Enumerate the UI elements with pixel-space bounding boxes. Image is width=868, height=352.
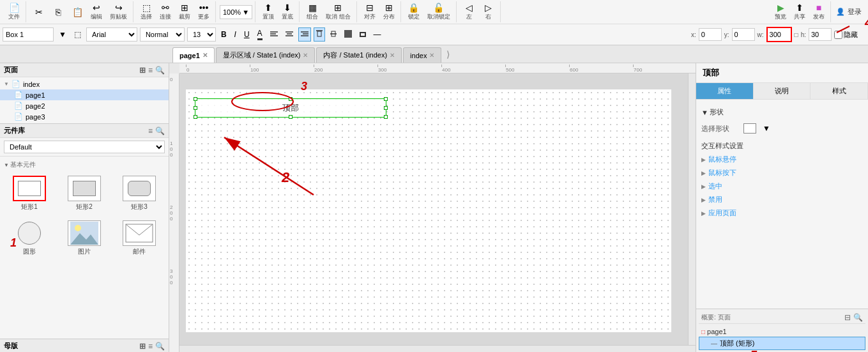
component-image[interactable]: 图片 (59, 218, 110, 259)
tab-display-state1[interactable]: 显示区域 / State1 (index) ✕ (216, 47, 316, 63)
tab-content-close[interactable]: ✕ (390, 52, 395, 59)
paste-btn[interactable]: 📋 (68, 6, 86, 19)
resize-handle-bm[interactable] (289, 115, 293, 119)
align-left-btn[interactable] (268, 27, 280, 42)
overview-search-icon[interactable]: 🔍 (853, 313, 863, 322)
tree-item-page2[interactable]: 📄 page2 (0, 100, 169, 111)
tree-item-page3[interactable]: 📄 page3 (0, 111, 169, 122)
shape-select-arrow[interactable]: ▼ (760, 121, 773, 135)
line-style-btn[interactable]: — (371, 27, 384, 42)
new-btn[interactable]: 📄 文件 (5, 1, 23, 23)
font-color-btn[interactable]: A (255, 27, 265, 42)
border-btn[interactable] (357, 27, 369, 42)
tabs-more-btn[interactable]: ⟩ (443, 49, 453, 59)
right-tab-description[interactable]: 说明 (754, 83, 811, 99)
align-center-btn[interactable] (283, 27, 296, 42)
comp-menu-icon[interactable]: ≡ (148, 126, 153, 135)
resize-handle-tr[interactable] (384, 97, 388, 101)
tree-item-index[interactable]: ▼ 📄 index (0, 79, 169, 89)
resize-handle-bl[interactable] (194, 115, 197, 119)
right-btn[interactable]: ▷ 右 (480, 1, 498, 23)
y-input[interactable] (732, 28, 755, 41)
resize-handle-ml[interactable] (194, 106, 197, 110)
redo-btn[interactable]: ↪ 剪贴板 (107, 1, 130, 23)
underline-btn[interactable]: U (241, 27, 252, 42)
bold-btn[interactable]: B (218, 27, 229, 42)
tab-page1[interactable]: page1 ✕ (172, 47, 215, 63)
w-input[interactable] (768, 28, 791, 41)
tree-item-page1[interactable]: 📄 page1 (0, 89, 169, 100)
italic-btn[interactable]: I (232, 27, 239, 42)
interaction-disabled[interactable]: ▶ 禁用 (701, 193, 863, 206)
tab-page1-close[interactable]: ✕ (202, 52, 208, 59)
font-style-select[interactable]: Normal (140, 27, 185, 42)
x-input[interactable] (699, 28, 722, 41)
valign-top-btn[interactable] (314, 27, 325, 42)
left-btn[interactable]: ◁ 左 (461, 1, 478, 23)
right-tab-style[interactable]: 样式 (811, 83, 868, 99)
tab-content-state1[interactable]: 内容 / State1 (index) ✕ (316, 47, 402, 63)
preview-btn[interactable]: ▶ 预览 (772, 1, 789, 23)
overview-filter-icon[interactable]: ⊟ (844, 313, 851, 322)
align-right-btn[interactable] (298, 27, 311, 42)
pages-add-icon[interactable]: ⊞ (139, 66, 146, 75)
tab-index-close[interactable]: ✕ (429, 52, 434, 59)
bring-to-front-btn[interactable]: ⬆ 置顶 (259, 1, 277, 23)
resize-handle-tm[interactable] (289, 97, 293, 101)
cut-btn[interactable]: ✂ (30, 6, 48, 19)
interaction-hover[interactable]: ▶ 鼠标悬停 (701, 153, 863, 166)
element-name-input[interactable] (3, 27, 54, 42)
comp-search-icon[interactable]: 🔍 (155, 126, 165, 135)
canvas-content[interactable]: 顶部 3 (179, 73, 696, 352)
align-btn[interactable]: ⊟ 对齐 (361, 1, 379, 23)
ungroup-btn[interactable]: ⊞ 取消 组合 (323, 1, 354, 23)
interaction-selected[interactable]: ▶ 选中 (701, 180, 863, 193)
more-btn[interactable]: ••• 更多 (195, 1, 213, 23)
pages-menu-icon[interactable]: ≡ (148, 66, 153, 75)
element-copy-btn[interactable]: ⬚ (72, 27, 84, 42)
copy-btn[interactable]: ⎘ (49, 6, 67, 19)
more-effects-item[interactable]: ▶ 应用页面 (701, 206, 863, 220)
canvas-header-element[interactable]: 顶部 (195, 98, 386, 118)
login-button[interactable]: 👤 登录 (832, 7, 865, 17)
font-size-select[interactable]: 13 (187, 27, 216, 42)
resize-handle-mr[interactable] (384, 106, 388, 110)
canvas-scrollbar-h[interactable] (179, 345, 696, 352)
component-rect1[interactable]: 矩形1 (4, 173, 55, 214)
component-circle[interactable]: 圆形 (4, 218, 55, 259)
resize-handle-br[interactable] (384, 115, 388, 119)
component-rect2[interactable]: 矩形2 (59, 173, 110, 214)
lock-btn[interactable]: 🔒 锁定 (405, 1, 423, 23)
masters-search-icon[interactable]: 🔍 (155, 342, 165, 351)
publish-btn[interactable]: ■ 发布 (810, 1, 828, 23)
undo-btn[interactable]: ↩ 编辑 (88, 1, 105, 23)
font-family-select[interactable]: Arial (86, 27, 137, 42)
component-library-select[interactable]: Default (4, 141, 165, 153)
overview-header-item[interactable]: — 顶部 (矩形) (699, 337, 865, 350)
pages-search-icon[interactable]: 🔍 (155, 66, 165, 75)
component-rect3[interactable]: 矩形3 (114, 173, 165, 214)
distribute-btn[interactable]: ⊞ 分布 (380, 1, 398, 23)
tab-index[interactable]: index ✕ (403, 47, 441, 63)
canvas-page[interactable]: 顶部 (186, 89, 671, 332)
share-btn[interactable]: ⬆ 共享 (791, 1, 809, 23)
select-btn[interactable]: ⬚ 选择 (137, 1, 155, 23)
unlock-btn[interactable]: 🔓 取消锁定 (424, 1, 453, 23)
send-to-back-btn[interactable]: ⬇ 置底 (278, 1, 296, 23)
element-name-dropdown[interactable]: ▼ (56, 27, 69, 42)
connect-btn[interactable]: ⚯ 连接 (156, 1, 174, 23)
resize-handle-tl[interactable] (194, 97, 197, 101)
tab-display-close[interactable]: ✕ (303, 52, 308, 59)
zoom-control[interactable]: 100% ▼ (220, 5, 252, 19)
canvas-scrollbar-v[interactable] (688, 73, 696, 345)
masters-add-icon[interactable]: ⊞ (139, 342, 146, 351)
interaction-mousedown[interactable]: ▶ 鼠标按下 (701, 166, 863, 180)
overview-page1-item[interactable]: □ page1 (699, 326, 865, 337)
component-email[interactable]: 邮件 (114, 218, 165, 259)
h-input[interactable] (809, 28, 832, 41)
fill-color-btn[interactable] (342, 27, 354, 42)
masters-menu-icon[interactable]: ≡ (148, 342, 153, 351)
crop-btn[interactable]: ⊞ 裁剪 (176, 1, 194, 23)
right-tab-properties[interactable]: 属性 (696, 83, 754, 99)
group-btn[interactable]: ▦ 组合 (303, 1, 321, 23)
